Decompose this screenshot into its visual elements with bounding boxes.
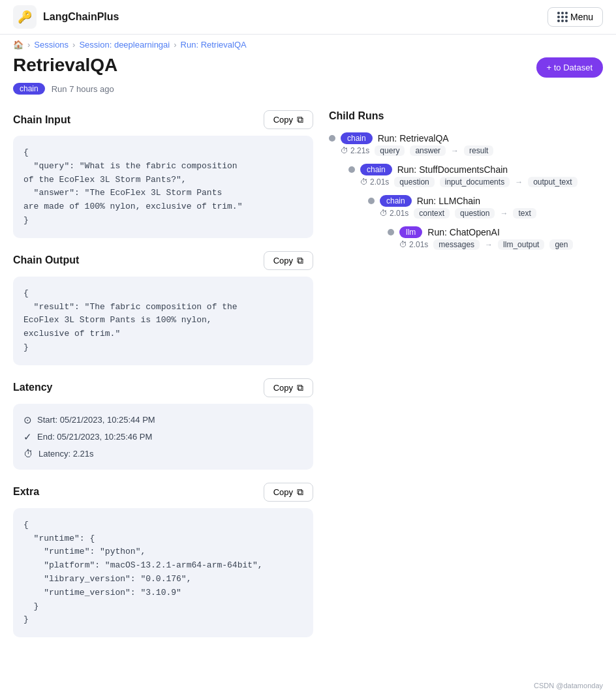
start-icon: ⊙ [23,414,32,426]
breadcrumb-home[interactable]: 🏠 [13,40,23,50]
latency-box: ⊙ Start: 05/21/2023, 10:25:44 PM ✓ End: … [13,404,313,470]
run-entry-run4: llmRun: ChatOpenAI⏱2.01smessages→llm_out… [388,226,603,255]
latency-header: Latency Copy ⧉ [13,378,313,397]
right-column: Child Runs chainRun: RetrievalQA⏱2.21squ… [329,110,603,650]
run-badge-run2: chain [360,164,392,175]
latency-duration: Latency: 2.21s [38,449,94,459]
logo-icon: 🔑 [13,5,37,29]
breadcrumb-sep-2: › [72,40,75,50]
run-meta-run1: ⏱2.21squeryanswer→result [329,144,603,161]
extra-code: { "runtime": { "runtime": "python", "pla… [13,508,313,637]
run-badge-run4: llm [399,226,422,238]
run-time-run2: ⏱2.01s [360,177,389,187]
run-dot-run2 [348,166,355,173]
run-name-run3: Run: LLMChain [417,196,480,206]
run-input-tag-run1-query: query [375,145,405,156]
main-content: RetrievalQA + to Dataset chain Run 7 hou… [0,55,616,676]
latency-title: Latency [13,382,52,393]
run-name-run4: Run: ChatOpenAI [427,227,500,237]
meta-row: chain Run 7 hours ago [13,83,603,95]
run-entry-run2: chainRun: StuffDocumentsChain⏱2.01squest… [348,164,603,192]
run-output-tag-run4-gen: gen [549,239,573,250]
run-input-tag-run1-answer: answer [410,145,446,156]
run-meta-run2: ⏱2.01squestioninput_documents→output_tex… [348,175,603,192]
extra-section: Extra Copy ⧉ { "runtime": { "runtime": "… [13,483,313,637]
run-arrow-run2: → [515,177,523,187]
run-arrow-run1: → [451,146,459,155]
run-input-tag-run2-input_documents: input_documents [440,177,510,187]
chain-output-section: Chain Output Copy ⧉ { "result": "The fab… [13,251,313,365]
breadcrumb: 🏠 › Sessions › Session: deeplearningai ›… [0,35,616,55]
extra-copy-button[interactable]: Copy ⧉ [264,483,313,502]
run-input-tag-run3-question: question [455,208,495,219]
extra-header: Extra Copy ⧉ [13,483,313,502]
run-input-tag-run4-messages: messages [433,239,480,250]
copy-icon-4: ⧉ [297,487,303,498]
run-output-tag-run1-result: result [464,145,493,156]
child-runs-title: Child Runs [329,110,603,122]
latency-duration-row: ⏱ Latency: 2.21s [23,448,303,459]
run-output-tag-run3-text: text [513,208,536,219]
latency-section: Latency Copy ⧉ ⊙ Start: 05/21/2023, 10:2… [13,378,313,470]
to-dataset-button[interactable]: + to Dataset [536,57,603,78]
latency-copy-button[interactable]: Copy ⧉ [264,378,313,397]
run-arrow-run4: → [485,240,493,249]
run-name-run1: Run: RetrievalQA [378,133,449,144]
run-dot-run3 [368,198,375,204]
run-dot-run4 [388,229,394,235]
chain-output-copy-button[interactable]: Copy ⧉ [264,251,313,270]
run-entry-run1: chainRun: RetrievalQA⏱2.21squeryanswer→r… [329,132,603,161]
menu-label: Menu [570,12,593,22]
chain-output-code: { "result": "The fabric composition of t… [13,277,313,365]
latency-clock-icon: ⏱ [23,448,33,459]
header-left: 🔑 LangChainPlus [13,5,119,29]
menu-button[interactable]: Menu [547,7,603,27]
content-grid: Chain Input Copy ⧉ { "query": "What is t… [13,110,603,650]
run-output-tag-run2-output_text: output_text [528,177,577,187]
chain-input-section: Chain Input Copy ⧉ { "query": "What is t… [13,110,313,238]
copy-icon-3: ⧉ [297,382,303,393]
run-input-tag-run2-question: question [394,177,434,187]
breadcrumb-session[interactable]: Session: deeplearningai [79,40,170,50]
copy-icon-2: ⧉ [297,255,303,266]
latency-end: End: 05/21/2023, 10:25:46 PM [37,432,152,442]
run-dot-run1 [329,135,335,142]
app-title: LangChainPlus [43,11,119,23]
chain-output-title: Chain Output [13,254,79,266]
run-badge-run1: chain [341,132,373,144]
run-time-run1: ⏱2.21s [341,146,369,155]
page-title: RetrievalQA [13,55,117,76]
breadcrumb-sep-3: › [174,40,176,50]
breadcrumb-sessions[interactable]: Sessions [34,40,69,50]
extra-title: Extra [13,486,39,498]
chain-input-title: Chain Input [13,114,70,126]
run-input-tag-run3-context: context [414,208,450,219]
latency-start-row: ⊙ Start: 05/21/2023, 10:25:44 PM [23,414,303,426]
run-time-run4: ⏱2.01s [399,240,428,249]
run-arrow-run3: → [500,209,508,218]
latency-end-row: ✓ End: 05/21/2023, 10:25:46 PM [23,431,303,443]
run-output-tag-run4-llm_output: llm_output [498,239,544,250]
chain-output-header: Chain Output Copy ⧉ [13,251,313,270]
chain-badge: chain [13,83,45,95]
breadcrumb-sep-1: › [27,40,30,50]
chain-input-code: { "query": "What is the fabric compositi… [13,136,313,238]
breadcrumb-current: Run: RetrievalQA [181,40,247,50]
header: 🔑 LangChainPlus Menu [0,0,616,35]
run-meta-run4: ⏱2.01smessages→llm_outputgen [388,238,603,255]
left-column: Chain Input Copy ⧉ { "query": "What is t… [13,110,313,650]
page-title-row: RetrievalQA + to Dataset [13,55,603,78]
run-name-run2: Run: StuffDocumentsChain [397,164,508,175]
chain-input-header: Chain Input Copy ⧉ [13,110,313,129]
menu-dots-icon [557,12,566,22]
run-badge-run3: chain [380,195,412,207]
end-icon: ✓ [23,431,32,443]
run-time-meta: Run 7 hours ago [52,84,114,94]
chain-input-copy-button[interactable]: Copy ⧉ [264,110,313,129]
copy-icon-1: ⧉ [297,114,303,125]
run-time-run3: ⏱2.01s [380,209,408,218]
latency-start: Start: 05/21/2023, 10:25:44 PM [37,415,155,425]
runs-container: chainRun: RetrievalQA⏱2.21squeryanswer→r… [329,132,603,255]
run-entry-run3: chainRun: LLMChain⏱2.01scontextquestion→… [368,195,603,224]
run-meta-run3: ⏱2.01scontextquestion→text [368,207,603,224]
